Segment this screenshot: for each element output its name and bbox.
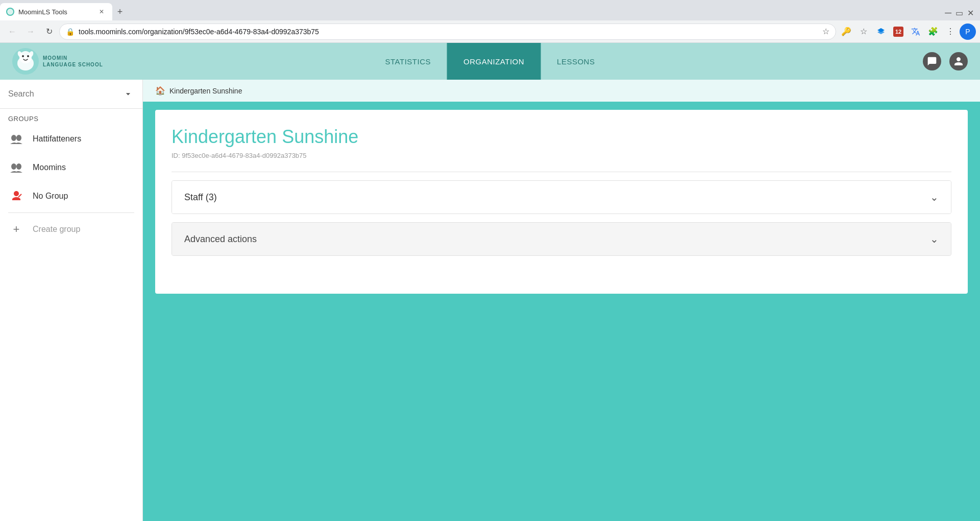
forward-button[interactable]: → (22, 23, 39, 40)
svg-point-7 (27, 55, 29, 57)
nav-statistics[interactable]: STATISTICS (369, 43, 447, 80)
svg-point-13 (16, 163, 21, 170)
main-content: Groups Hattifatteners Moomins (0, 80, 980, 521)
no-group-icon (8, 188, 24, 204)
create-group-item[interactable]: + Create group (0, 215, 142, 244)
staff-section-title: Staff (3) (184, 192, 217, 203)
url-text: tools.moominls.com/organization/9f53ec0e… (79, 28, 818, 36)
svg-point-6 (22, 55, 24, 57)
star-icon[interactable]: ☆ (822, 27, 829, 36)
groups-label: Groups (0, 109, 142, 125)
sidebar: Groups Hattifatteners Moomins (0, 80, 143, 521)
window-maximize-button[interactable]: ▭ (955, 8, 963, 18)
nav-lessons[interactable]: LESSONS (541, 43, 611, 80)
sidebar-item-no-group[interactable]: No Group (0, 182, 142, 210)
moomins-label: Moomins (33, 163, 66, 172)
nav-right-actions (923, 52, 968, 70)
reload-button[interactable]: ↻ (41, 23, 57, 40)
window-minimize-button[interactable]: ─ (945, 8, 951, 18)
active-tab[interactable]: MoominLS Tools ✕ (0, 3, 112, 20)
page-content: 🏠 Kindergarten Sunshine Kindergarten Sun… (143, 80, 980, 521)
create-group-label: Create group (33, 225, 80, 234)
window-close-button[interactable]: ✕ (967, 8, 974, 18)
notifications-button[interactable] (923, 52, 941, 70)
search-dropdown-button[interactable] (122, 88, 134, 100)
staff-section: Staff (3) ⌄ (172, 180, 951, 214)
svg-point-12 (11, 163, 16, 170)
nav-links: STATISTICS ORGANIZATION LESSONS (369, 43, 611, 80)
svg-marker-2 (877, 30, 885, 34)
tab-title: MoominLS Tools (18, 8, 93, 16)
browser-extensions: 🔑 ☆ 12 🧩 ⋮ P (838, 23, 976, 40)
breadcrumb-bar: 🏠 Kindergarten Sunshine (143, 80, 980, 102)
back-button[interactable]: ← (4, 23, 20, 40)
advanced-chevron-icon: ⌄ (930, 233, 939, 245)
advanced-section-header[interactable]: Advanced actions ⌄ (172, 223, 951, 255)
org-id: ID: 9f53ec0e-a6d4-4679-83a4-d0992a373b75 (172, 152, 951, 159)
sidebar-item-moomins[interactable]: Moomins (0, 153, 142, 182)
tab-close-button[interactable]: ✕ (97, 7, 106, 16)
org-title: Kindergarten Sunshine (172, 126, 951, 148)
new-tab-button[interactable]: + (112, 3, 128, 20)
extension-red-icon[interactable]: 12 (890, 23, 906, 40)
user-avatar-button[interactable] (949, 52, 968, 70)
advanced-section: Advanced actions ⌄ (172, 222, 951, 256)
moomin-logo (12, 48, 39, 75)
search-container (0, 80, 142, 109)
menu-button[interactable]: ⋮ (942, 23, 959, 40)
home-icon[interactable]: 🏠 (155, 86, 165, 96)
logo-area: MOOMINLANGUAGE SCHOOL (12, 48, 103, 75)
search-wrapper (8, 88, 134, 100)
staff-chevron-icon: ⌄ (930, 191, 939, 203)
search-input[interactable] (8, 89, 118, 99)
svg-point-10 (11, 135, 16, 141)
bookmark-icon[interactable]: ☆ (855, 23, 872, 40)
lock-icon: 🔒 (66, 28, 75, 36)
profile-button[interactable]: P (960, 23, 976, 40)
key-icon[interactable]: 🔑 (838, 23, 854, 40)
svg-point-11 (16, 135, 21, 141)
extension-dropbox-icon[interactable] (873, 23, 889, 40)
top-navigation: MOOMINLANGUAGE SCHOOL STATISTICS ORGANIZ… (0, 43, 980, 80)
create-group-icon: + (8, 221, 24, 238)
hattifatteners-icon (8, 131, 24, 147)
logo-text: MOOMINLANGUAGE SCHOOL (43, 55, 103, 68)
section-divider (172, 172, 951, 172)
browser-controls: ← → ↻ 🔒 tools.moominls.com/organization/… (0, 20, 980, 43)
sidebar-divider (8, 212, 134, 213)
svg-point-0 (7, 9, 13, 15)
no-group-label: No Group (33, 192, 68, 201)
nav-organization[interactable]: ORGANIZATION (447, 43, 541, 80)
breadcrumb-text: Kindergarten Sunshine (169, 87, 242, 95)
advanced-section-title: Advanced actions (184, 234, 257, 245)
tab-favicon (6, 8, 14, 16)
staff-section-header[interactable]: Staff (3) ⌄ (172, 181, 951, 214)
address-bar[interactable]: 🔒 tools.moominls.com/organization/9f53ec… (59, 23, 836, 40)
app-container: MOOMINLANGUAGE SCHOOL STATISTICS ORGANIZ… (0, 43, 980, 521)
extension-translate-icon[interactable] (908, 23, 924, 40)
hattifatteners-label: Hattifatteners (33, 134, 81, 144)
moomins-icon (8, 159, 24, 176)
extensions-button[interactable]: 🧩 (925, 23, 941, 40)
svg-line-14 (18, 194, 21, 197)
sidebar-item-hattifatteners[interactable]: Hattifatteners (0, 125, 142, 153)
org-card: Kindergarten Sunshine ID: 9f53ec0e-a6d4-… (155, 110, 968, 294)
tab-bar: MoominLS Tools ✕ + ─ ▭ ✕ (0, 0, 980, 20)
